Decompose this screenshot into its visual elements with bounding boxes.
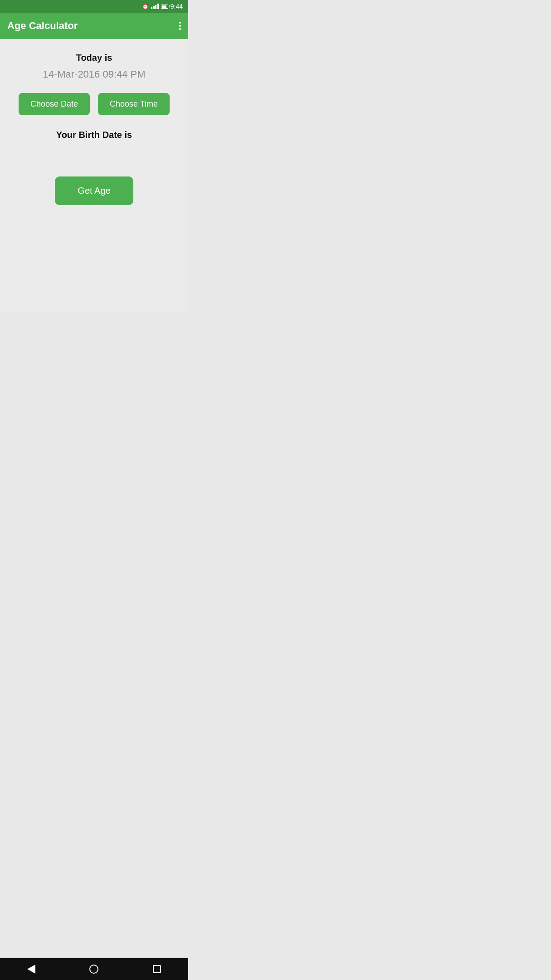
date-time-buttons: Choose Date Choose Time: [19, 93, 170, 115]
choose-time-button[interactable]: Choose Time: [98, 93, 170, 115]
alarm-icon: ⏰: [142, 3, 149, 10]
signal-icon: [151, 4, 159, 9]
main-content: Today is 14-Mar-2016 09:44 PM Choose Dat…: [0, 39, 188, 312]
battery-icon: [161, 5, 168, 9]
status-icons: ⏰ 9:44: [142, 3, 183, 10]
app-title: Age Calculator: [7, 20, 78, 32]
today-date: 14-Mar-2016 09:44 PM: [43, 69, 145, 80]
status-bar: ⏰ 9:44: [0, 0, 188, 13]
birth-date-label: Your Birth Date is: [56, 130, 132, 140]
status-time: 9:44: [171, 3, 183, 10]
choose-date-button[interactable]: Choose Date: [19, 93, 90, 115]
get-age-button[interactable]: Get Age: [55, 176, 133, 205]
today-label: Today is: [76, 53, 112, 63]
overflow-menu-button[interactable]: [179, 19, 181, 33]
app-bar: Age Calculator: [0, 13, 188, 39]
